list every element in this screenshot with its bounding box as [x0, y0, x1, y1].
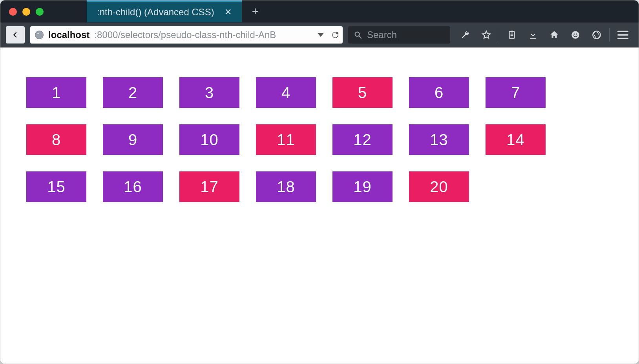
star-icon — [481, 30, 491, 40]
grid-cell: 12 — [332, 124, 393, 155]
smiley-icon — [570, 30, 581, 40]
grid-cell: 15 — [26, 171, 86, 202]
separator — [499, 28, 499, 42]
grid-cell: 6 — [409, 77, 469, 108]
search-bar[interactable] — [348, 26, 450, 44]
devtools-button[interactable] — [456, 26, 475, 44]
grid-cell: 4 — [256, 77, 316, 108]
back-button[interactable] — [6, 26, 25, 44]
toolbar: localhost :8000/selectors/pseudo-class-n… — [0, 22, 639, 47]
grid-cell: 2 — [103, 77, 163, 108]
history-dropdown-icon[interactable] — [318, 33, 324, 37]
tab-active[interactable]: :nth-child() (Advanced CSS) ✕ — [87, 0, 242, 22]
wrench-icon — [460, 30, 470, 40]
menu-button[interactable] — [613, 26, 633, 44]
downloads-button[interactable] — [524, 26, 542, 44]
grid-cell: 5 — [332, 77, 393, 108]
viewport[interactable]: 1234567891011121314151617181920 — [0, 47, 639, 364]
bookmark-button[interactable] — [477, 26, 496, 44]
toolbar-icons — [456, 26, 633, 44]
grid-cell: 16 — [103, 171, 163, 202]
svg-point-6 — [571, 31, 579, 39]
tab-title: :nth-child() (Advanced CSS) — [97, 7, 214, 18]
home-button[interactable] — [545, 26, 564, 44]
svg-point-7 — [573, 33, 575, 35]
window-minimize-button[interactable] — [22, 8, 30, 16]
svg-rect-3 — [511, 31, 513, 32]
page-content: 1234567891011121314151617181920 — [0, 47, 639, 232]
window-controls — [0, 0, 87, 22]
titlebar: :nth-child() (Advanced CSS) ✕ + — [0, 0, 639, 22]
grid-cell: 8 — [26, 124, 86, 155]
window-close-button[interactable] — [9, 8, 17, 16]
search-input[interactable] — [367, 29, 445, 40]
grid-cell: 10 — [179, 124, 239, 155]
clipboard-icon — [507, 30, 517, 40]
new-tab-button[interactable]: + — [242, 0, 269, 22]
grid-cell: 1 — [26, 77, 86, 108]
address-bar[interactable]: localhost :8000/selectors/pseudo-class-n… — [30, 26, 343, 44]
svg-line-1 — [359, 36, 361, 38]
hamburger-icon — [617, 31, 628, 39]
svg-point-8 — [576, 33, 577, 35]
grid-cell: 9 — [103, 124, 163, 155]
screenshot-button[interactable] — [587, 26, 606, 44]
globe-icon — [35, 31, 44, 39]
download-icon — [528, 30, 538, 40]
svg-rect-11 — [617, 34, 628, 36]
separator — [609, 28, 610, 42]
svg-rect-10 — [617, 31, 628, 33]
grid-cell: 7 — [486, 77, 546, 108]
search-icon — [354, 31, 362, 39]
reload-button[interactable] — [331, 31, 340, 39]
grid-cell: 14 — [486, 124, 546, 155]
grid-cell: 13 — [409, 124, 469, 155]
clipboard-button[interactable] — [502, 26, 521, 44]
grid-cell: 11 — [256, 124, 316, 155]
browser-window: :nth-child() (Advanced CSS) ✕ + localhos… — [0, 0, 639, 364]
url-host: localhost — [48, 29, 89, 40]
svg-rect-2 — [509, 31, 515, 38]
grid-cell: 3 — [179, 77, 239, 108]
window-zoom-button[interactable] — [36, 8, 44, 16]
svg-rect-12 — [617, 38, 628, 39]
arrow-left-icon — [11, 31, 20, 39]
grid-cell: 20 — [409, 171, 469, 202]
aperture-icon — [592, 30, 602, 40]
home-icon — [549, 30, 559, 40]
grid-cell: 19 — [332, 171, 393, 202]
number-grid: 1234567891011121314151617181920 — [26, 77, 548, 202]
grid-cell: 17 — [179, 171, 239, 202]
svg-point-9 — [593, 31, 601, 39]
grid-cell: 18 — [256, 171, 316, 202]
tab-close-icon[interactable]: ✕ — [225, 8, 232, 16]
feedback-button[interactable] — [566, 26, 585, 44]
url-path: :8000/selectors/pseudo-class-nth-child-A… — [94, 29, 310, 40]
